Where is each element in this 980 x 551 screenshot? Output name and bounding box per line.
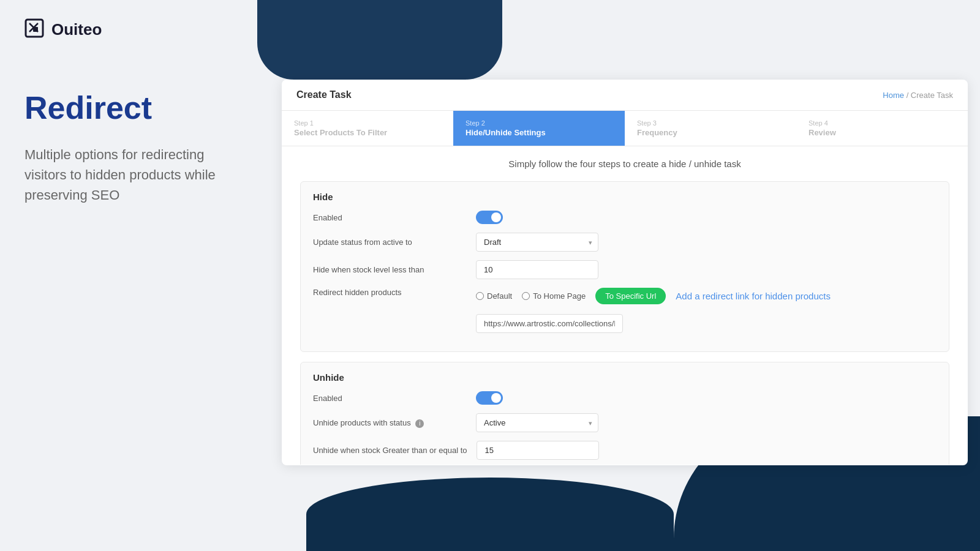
breadcrumb: Home / Create Task — [883, 91, 953, 100]
logo-area: Ouiteo — [24, 18, 245, 40]
hide-enabled-toggle-wrapper — [476, 211, 937, 224]
bg-shape-top — [257, 0, 502, 80]
step-3-number: Step 3 — [637, 119, 784, 127]
redirect-default-option[interactable]: Default — [476, 291, 512, 301]
hide-redirect-row: Redirect hidden products Default To Home… — [313, 288, 937, 333]
redirect-specific-url-button[interactable]: To Specific Url — [595, 288, 666, 304]
breadcrumb-current: Create Task — [911, 91, 953, 100]
step-1-number: Step 1 — [294, 119, 441, 127]
breadcrumb-separator: / — [907, 91, 911, 100]
hide-redirect-label: Redirect hidden products — [313, 288, 466, 297]
unhide-stock-input[interactable] — [477, 441, 599, 460]
step-4-number: Step 4 — [809, 119, 956, 127]
unhide-status-select[interactable]: Active Draft Archived — [476, 413, 598, 432]
page-description: Multiple options for redirecting visitor… — [24, 144, 245, 205]
hide-stock-row: Hide when stock level less than — [313, 260, 937, 279]
svg-rect-3 — [33, 27, 38, 32]
step-3-label: Frequency — [637, 128, 784, 137]
bottom-arc — [306, 478, 674, 551]
unhide-toggle-thumb — [491, 393, 501, 403]
left-panel: Ouiteo Redirect Multiple options for red… — [0, 0, 270, 551]
unhide-status-row: Unhide products with status i Active Dra… — [313, 413, 937, 432]
step-1-label: Select Products To Filter — [294, 128, 441, 137]
step-3[interactable]: Step 3 Frequency — [625, 111, 796, 146]
hide-update-status-row: Update status from active to Draft Activ… — [313, 233, 937, 252]
breadcrumb-home[interactable]: Home — [883, 91, 904, 100]
hide-section-title: Hide — [313, 192, 937, 202]
hide-update-status-label: Update status from active to — [313, 238, 466, 247]
unhide-section: Unhide Enabled Unhide products with stat… — [300, 362, 949, 465]
unhide-enabled-row: Enabled — [313, 391, 937, 405]
hide-enabled-label: Enabled — [313, 213, 466, 222]
hide-toggle-thumb — [491, 212, 501, 222]
hide-redirect-options: Default To Home Page To Specific Url Add… — [476, 288, 937, 304]
unhide-stock-control — [477, 441, 937, 460]
hide-enabled-row: Enabled — [313, 211, 937, 224]
unhide-status-label: Unhide products with status i — [313, 418, 466, 428]
unhide-stock-label: Unhide when stock Greater than or equal … — [313, 446, 467, 455]
redirect-default-radio[interactable] — [476, 292, 484, 300]
instruction-text: Simply follow the four steps to create a… — [300, 159, 949, 169]
logo-icon — [24, 18, 47, 40]
hide-status-select-wrapper: Draft Active Archived ▾ — [476, 233, 598, 252]
redirect-homepage-option[interactable]: To Home Page — [522, 291, 586, 301]
hide-stock-label: Hide when stock level less than — [313, 265, 466, 274]
unhide-toggle-wrapper — [476, 391, 937, 405]
step-4-label: Review — [809, 128, 956, 137]
hide-toggle-track — [476, 211, 503, 224]
unhide-toggle-track — [476, 391, 503, 405]
step-2-number: Step 2 — [466, 119, 612, 127]
hide-stock-input[interactable] — [476, 260, 598, 279]
redirect-homepage-radio[interactable] — [522, 292, 530, 300]
unhide-section-title: Unhide — [313, 372, 937, 383]
step-2-label: Hide/Unhide Settings — [466, 128, 612, 137]
unhide-status-control: Active Draft Archived ▾ — [476, 413, 937, 432]
redirect-url-wrapper — [476, 309, 937, 333]
redirect-hint: Add a redirect link for hidden products — [676, 291, 831, 301]
hide-section: Hide Enabled Update status from active t… — [300, 181, 949, 352]
card-title: Create Task — [296, 89, 352, 100]
hide-stock-control — [476, 260, 937, 279]
unhide-enabled-toggle[interactable] — [476, 391, 503, 405]
hide-update-status-control: Draft Active Archived ▾ — [476, 233, 937, 252]
main-card: Create Task Home / Create Task Step 1 Se… — [282, 80, 968, 465]
logo-text: Ouiteo — [51, 20, 102, 39]
redirect-url-input[interactable] — [476, 314, 623, 333]
content-area: Simply follow the four steps to create a… — [282, 146, 968, 465]
unhide-status-select-wrapper: Active Draft Archived ▾ — [476, 413, 598, 432]
redirect-default-label: Default — [487, 291, 512, 301]
step-4[interactable]: Step 4 Review — [796, 111, 968, 146]
info-icon: i — [415, 419, 424, 428]
unhide-enabled-label: Enabled — [313, 394, 466, 403]
hide-enabled-toggle[interactable] — [476, 211, 503, 224]
step-2[interactable]: Step 2 Hide/Unhide Settings — [453, 111, 625, 146]
step-1[interactable]: Step 1 Select Products To Filter — [282, 111, 453, 146]
hide-status-select[interactable]: Draft Active Archived — [476, 233, 598, 252]
redirect-homepage-label: To Home Page — [533, 291, 586, 301]
hide-redirect-control: Default To Home Page To Specific Url Add… — [476, 288, 937, 333]
unhide-status-label-text: Unhide products with status — [313, 418, 411, 427]
page-title: Redirect — [24, 89, 245, 126]
card-header: Create Task Home / Create Task — [282, 80, 968, 111]
unhide-stock-row: Unhide when stock Greater than or equal … — [313, 441, 937, 460]
steps-bar: Step 1 Select Products To Filter Step 2 … — [282, 111, 968, 146]
